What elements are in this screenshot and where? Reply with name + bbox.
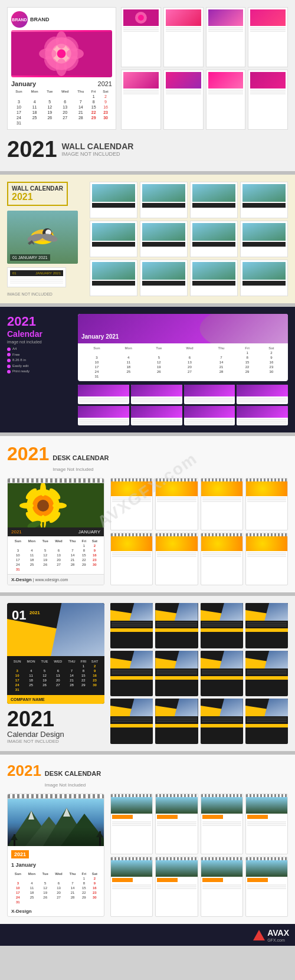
date-cell	[57, 120, 73, 126]
date-cell-holiday: 22	[88, 110, 99, 115]
date: 6	[51, 668, 65, 673]
sec5-mini-12	[245, 699, 288, 744]
date	[206, 350, 237, 355]
sunflower-photo	[8, 483, 104, 527]
date: 12	[145, 360, 173, 365]
date	[24, 687, 101, 692]
sec3-calendar-table: Sun Mon Tue Wed Thu Fri Sat 12 3456789 1…	[81, 346, 284, 379]
sec5-mini-9	[110, 699, 153, 744]
mini-top	[78, 385, 129, 396]
date-cell	[57, 94, 73, 99]
date: 25	[24, 683, 38, 687]
date-cell: 1	[88, 94, 99, 99]
sunflower-svg	[8, 483, 104, 527]
th: Tue	[39, 871, 51, 876]
date-cell: 8	[88, 99, 99, 104]
date-sun: 31	[11, 567, 25, 572]
date	[81, 350, 112, 355]
mini-footer	[192, 203, 235, 208]
mini-cal-lines	[208, 27, 244, 32]
th: Thu	[66, 539, 79, 543]
avax-triangle-icon	[253, 930, 265, 940]
date-sat: 16	[88, 673, 101, 678]
date-cell-sat: 16	[99, 104, 112, 110]
mini-lines	[201, 621, 243, 628]
mini-footer	[92, 203, 135, 208]
sec2-mini-5	[90, 221, 137, 257]
date-sat: 16	[89, 886, 100, 890]
mini-body	[156, 496, 197, 504]
date: 28	[66, 562, 79, 567]
sec6-mini-1	[110, 794, 153, 854]
spec-size: 8.26 8 in	[7, 358, 72, 363]
date: 7	[66, 548, 79, 553]
date: 13	[51, 673, 65, 678]
mini-year-tag	[202, 878, 223, 882]
mini-photo	[123, 9, 159, 26]
svg-point-3	[57, 50, 66, 58]
mini-cal-5	[121, 70, 161, 130]
mini-photo	[264, 699, 288, 716]
year-tag: 2021	[30, 610, 40, 615]
date-sat: 23	[89, 890, 100, 895]
date	[51, 876, 66, 881]
day-wed: Wed	[57, 89, 73, 94]
date: 8	[79, 548, 89, 553]
sec2-mini-8	[240, 221, 288, 257]
date-sun: 24	[11, 683, 24, 687]
date-cell: 12	[42, 104, 57, 110]
date: 11	[112, 360, 145, 365]
sec6-mini-3	[201, 794, 243, 854]
th: MON	[24, 659, 38, 664]
mini-photo	[130, 603, 153, 621]
sec4-mini-1	[110, 478, 153, 530]
spec-free: Free	[7, 352, 72, 358]
mini-year: JANUARY 2021	[35, 271, 61, 275]
sec6-title-row: 2021 DESK CALENDAR Image Not Included	[7, 762, 288, 789]
mini-yellow-shape	[110, 610, 132, 621]
mini-top	[110, 651, 153, 668]
mini-bird-photo	[192, 223, 235, 241]
sec5-mini-10	[155, 699, 198, 744]
mini-mountain-photo	[156, 797, 197, 814]
date: 13	[51, 553, 66, 558]
mini-lines	[110, 621, 153, 628]
mini-footer	[192, 281, 235, 286]
mini-top	[245, 603, 288, 621]
mini-photo	[123, 72, 159, 89]
mini-yellow-shape	[155, 610, 176, 621]
mini-footer	[245, 628, 288, 632]
date-sat: 30	[89, 895, 100, 900]
sec5-mini-7	[201, 651, 243, 696]
mini-photo	[219, 699, 243, 716]
mini-footer	[201, 628, 243, 632]
date: 6	[51, 548, 66, 553]
wall-cal-labels: WALL CALENDAR IMAGE NOT INCLUDED	[62, 142, 134, 157]
date: 29	[236, 369, 258, 374]
wall-calendar-label: WALL CALENDAR	[62, 142, 134, 151]
sec6-footer: X-Design	[8, 906, 104, 916]
date-cell-holiday-sat: 23	[99, 110, 112, 115]
date-cell-holiday: 29	[88, 115, 99, 120]
mini-photo	[111, 536, 152, 551]
date: 25	[25, 895, 39, 900]
date: 1	[79, 543, 89, 548]
date: 1	[79, 876, 89, 881]
mini-top	[201, 603, 243, 621]
sec4-year-tag: 2021	[11, 529, 22, 535]
avax-logo: AVAX GFX.com	[253, 927, 289, 942]
date-cell: 14	[73, 104, 88, 110]
mini-lines	[184, 418, 235, 425]
date: 4	[112, 355, 145, 360]
mini-bird-photo	[192, 262, 235, 280]
mini-mountain-photo	[246, 860, 287, 877]
sec6-main-calendar: 2021 1 January SunMonTueWedThuFriSat 12 …	[7, 794, 104, 917]
date: 1	[236, 350, 258, 355]
mini-photo	[130, 651, 153, 668]
date: 18	[112, 365, 145, 369]
mini-lines	[155, 621, 198, 628]
sec4-title-row: 2021 DESK CALENDAR Image Not Included	[7, 443, 288, 473]
th: SAT	[88, 659, 101, 664]
date: 4	[24, 668, 38, 673]
spec-print: Print ready	[7, 369, 72, 375]
